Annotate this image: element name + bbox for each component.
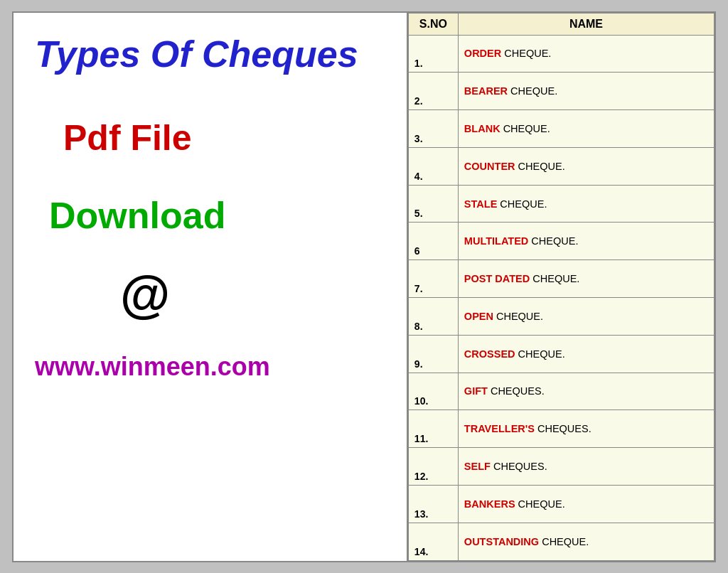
table-row: 5.STALE CHEQUE. (408, 185, 714, 223)
cheque-type-highlight: POST DATED (464, 273, 530, 284)
row-name: ORDER CHEQUE. (458, 35, 714, 73)
cheque-type-rest: CHEQUE. (501, 48, 551, 59)
col-name-header: NAME (458, 13, 714, 35)
table-row: 8.OPEN CHEQUE. (408, 297, 714, 335)
cheque-type-rest: CHEQUE. (500, 123, 550, 134)
cheque-type-rest: CHEQUE. (530, 273, 579, 284)
row-number: 6 (408, 223, 458, 260)
row-number: 3. (408, 110, 458, 148)
table-row: 6MULTILATED CHEQUE. (408, 223, 714, 260)
row-number: 2. (408, 73, 458, 110)
cheque-type-highlight: BANKERS (464, 498, 515, 510)
cheque-type-highlight: TRAVELLER'S (464, 423, 535, 434)
cheque-type-rest: CHEQUE. (497, 198, 547, 210)
pdf-label: Pdf File (63, 117, 192, 159)
cheque-type-highlight: ORDER (464, 48, 501, 59)
right-panel: S.NO NAME 1.ORDER CHEQUE.2.BEARER CHEQUE… (407, 13, 714, 561)
row-number: 5. (408, 185, 458, 223)
cheque-type-highlight: STALE (464, 198, 497, 210)
cheque-type-highlight: OPEN (464, 311, 493, 322)
row-name: POST DATED CHEQUE. (458, 260, 714, 298)
cheque-type-highlight: MULTILATED (464, 235, 528, 247)
row-name: BEARER CHEQUE. (458, 73, 714, 110)
cheque-type-rest: CHEQUE. (528, 235, 578, 247)
row-number: 13. (408, 485, 458, 523)
cheque-type-rest: CHEQUE. (515, 498, 565, 510)
cheque-type-highlight: COUNTER (464, 161, 515, 172)
table-row: 4.COUNTER CHEQUE. (408, 147, 714, 185)
row-number: 12. (408, 448, 458, 486)
row-number: 7. (408, 260, 458, 298)
row-number: 10. (408, 373, 458, 410)
table-row: 12.SELF CHEQUES. (408, 448, 714, 486)
row-number: 11. (408, 410, 458, 448)
row-number: 8. (408, 297, 458, 335)
table-row: 9.CROSSED CHEQUE. (408, 335, 714, 373)
table-row: 3.BLANK CHEQUE. (408, 110, 714, 148)
table-row: 11.TRAVELLER'S CHEQUES. (408, 410, 714, 448)
cheque-type-highlight: SELF (464, 461, 491, 472)
row-name: OPEN CHEQUE. (458, 297, 714, 335)
row-name: GIFT CHEQUES. (458, 373, 714, 410)
cheque-type-rest: CHEQUES. (535, 423, 592, 434)
table-row: 13.BANKERS CHEQUE. (408, 485, 714, 523)
cheque-type-rest: CHEQUE. (515, 348, 565, 360)
table-row: 2.BEARER CHEQUE. (408, 73, 714, 110)
left-panel: Types Of Cheques Pdf File Download @ www… (14, 13, 407, 561)
table-row: 7.POST DATED CHEQUE. (408, 260, 714, 298)
table-row: 1.ORDER CHEQUE. (408, 35, 714, 73)
row-number: 9. (408, 335, 458, 373)
cheque-type-highlight: GIFT (464, 385, 488, 397)
row-name: BANKERS CHEQUE. (458, 485, 714, 523)
cheque-type-rest: CHEQUE. (539, 536, 589, 547)
row-name: COUNTER CHEQUE. (458, 147, 714, 185)
cheque-type-highlight: BEARER (464, 85, 508, 97)
row-name: STALE CHEQUE. (458, 185, 714, 223)
row-name: BLANK CHEQUE. (458, 110, 714, 148)
row-name: SELF CHEQUES. (458, 448, 714, 486)
page-title: Types Of Cheques (35, 34, 358, 75)
cheque-type-highlight: CROSSED (464, 348, 515, 360)
row-name: MULTILATED CHEQUE. (458, 223, 714, 260)
cheque-type-rest: CHEQUES. (488, 385, 545, 397)
cheque-type-rest: CHEQUE. (493, 311, 543, 322)
cheque-type-highlight: BLANK (464, 123, 500, 134)
page-container: Types Of Cheques Pdf File Download @ www… (12, 11, 716, 562)
cheque-type-rest: CHEQUE. (515, 161, 565, 172)
at-symbol: @ (120, 265, 170, 323)
cheque-type-rest: CHEQUES. (491, 461, 547, 472)
row-number: 4. (408, 147, 458, 185)
cheque-type-rest: CHEQUE. (508, 85, 557, 97)
table-row: 10.GIFT CHEQUES. (408, 373, 714, 410)
row-name: OUTSTANDING CHEQUE. (458, 523, 714, 560)
row-number: 14. (408, 523, 458, 560)
table-row: 14.OUTSTANDING CHEQUE. (408, 523, 714, 560)
col-sno-header: S.NO (408, 13, 458, 35)
cheques-table: S.NO NAME 1.ORDER CHEQUE.2.BEARER CHEQUE… (408, 13, 714, 561)
cheque-type-highlight: OUTSTANDING (464, 536, 539, 547)
website-url[interactable]: www.winmeen.com (35, 352, 270, 382)
download-label: Download (49, 194, 225, 237)
row-name: CROSSED CHEQUE. (458, 335, 714, 373)
row-number: 1. (408, 35, 458, 73)
row-name: TRAVELLER'S CHEQUES. (458, 410, 714, 448)
